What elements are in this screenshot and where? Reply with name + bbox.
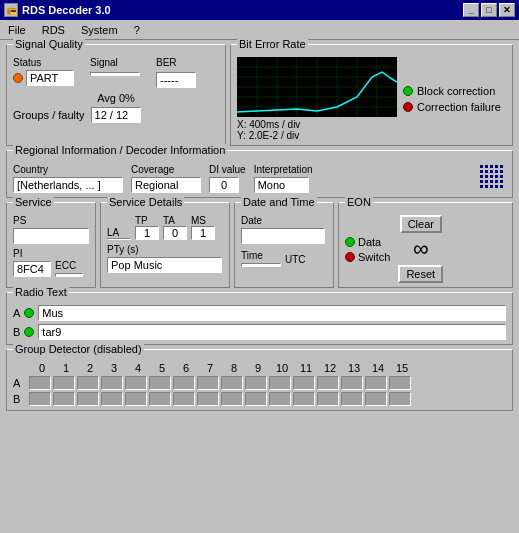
service-label: Service — [13, 196, 54, 208]
header-12: 12 — [319, 362, 341, 374]
interpretation-field: Mono — [254, 177, 309, 193]
header-14: 14 — [367, 362, 389, 374]
pty-field: Pop Music — [107, 257, 222, 273]
cell-a-5 — [149, 376, 171, 390]
svg-rect-29 — [485, 180, 488, 183]
status-section: Status PART — [13, 57, 74, 88]
radio-text-a-led — [24, 308, 34, 318]
cell-a-11 — [293, 376, 315, 390]
cell-a-15 — [389, 376, 411, 390]
menu-help[interactable]: ? — [130, 23, 144, 37]
coverage-section: Coverage Regional — [131, 164, 201, 193]
detector-header-row: 0 1 2 3 4 5 6 7 8 9 10 11 12 13 14 15 — [13, 362, 506, 374]
header-8: 8 — [223, 362, 245, 374]
infinity-icon: ∞ — [413, 238, 429, 260]
clear-button[interactable]: Clear — [400, 215, 442, 233]
date-field — [241, 228, 325, 244]
cell-b-3 — [101, 392, 123, 406]
svg-rect-14 — [485, 165, 488, 168]
cell-b-8 — [221, 392, 243, 406]
cell-a-1 — [53, 376, 75, 390]
ta-field: 0 — [163, 226, 187, 240]
header-15: 15 — [391, 362, 413, 374]
groups-row: Groups / faulty 12 / 12 — [13, 107, 219, 123]
radio-text-b-led — [24, 327, 34, 337]
close-button[interactable]: ✕ — [499, 3, 515, 17]
cell-a-6 — [173, 376, 195, 390]
la-label: LA — [107, 227, 131, 238]
cell-b-6 — [173, 392, 195, 406]
signal-section: Signal — [90, 57, 140, 88]
cell-a-10 — [269, 376, 291, 390]
header-7: 7 — [199, 362, 221, 374]
radio-text-box: Radio Text A Mus B tar9 — [6, 292, 513, 345]
svg-rect-23 — [480, 175, 483, 178]
ps-label: PS — [13, 215, 89, 226]
interpretation-label: Interpretation — [254, 164, 313, 175]
ecc-field — [55, 273, 83, 277]
groups-field: 12 / 12 — [91, 107, 141, 123]
svg-rect-27 — [500, 175, 503, 178]
coverage-field: Regional — [131, 177, 201, 193]
svg-rect-26 — [495, 175, 498, 178]
tp-label: TP — [135, 215, 159, 226]
service-row: Service PS PI 8FC4 ECC Service Details — [6, 202, 513, 288]
svg-rect-20 — [490, 170, 493, 173]
header-5: 5 — [151, 362, 173, 374]
eon-data-led — [345, 237, 355, 247]
cell-b-5 — [149, 392, 171, 406]
svg-rect-15 — [490, 165, 493, 168]
menu-system[interactable]: System — [77, 23, 122, 37]
status-field: PART — [26, 70, 74, 86]
service-details-box: Service Details LA TP 1 TA 0 MS 1 — [100, 202, 230, 288]
coverage-label: Coverage — [131, 164, 201, 175]
cell-b-15 — [389, 392, 411, 406]
service-box: Service PS PI 8FC4 ECC — [6, 202, 96, 288]
eon-label: EON — [345, 196, 373, 208]
menu-rds[interactable]: RDS — [38, 23, 69, 37]
menu-file[interactable]: File — [4, 23, 30, 37]
ber-box-label: Bit Error Rate — [237, 38, 308, 50]
ber-field: ----- — [156, 72, 196, 88]
cell-a-12 — [317, 376, 339, 390]
cell-b-0 — [29, 392, 51, 406]
svg-rect-32 — [500, 180, 503, 183]
header-10: 10 — [271, 362, 293, 374]
cell-a-13 — [341, 376, 363, 390]
top-section: Signal Quality Status PART Signal BER --… — [6, 44, 513, 146]
country-section: Country [Netherlands, ... ] — [13, 164, 123, 193]
eon-switch-label: Switch — [358, 251, 390, 263]
radio-text-label: Radio Text — [13, 286, 69, 298]
maximize-button[interactable]: □ — [481, 3, 497, 17]
header-6: 6 — [175, 362, 197, 374]
detector-row-b: B — [13, 392, 506, 406]
row-a-label: A — [13, 377, 27, 389]
ber-legend: Block correction Correction failure — [403, 57, 501, 141]
ber-x-label: X: 400ms / div — [237, 119, 397, 130]
status-led — [13, 73, 23, 83]
reset-button[interactable]: Reset — [398, 265, 443, 283]
title-buttons: _ □ ✕ — [463, 3, 515, 17]
svg-rect-17 — [500, 165, 503, 168]
ber-box: Bit Error Rate — [230, 44, 513, 146]
pi-label: PI — [13, 248, 51, 259]
date-time-box: Date and Time Date Time UTC — [234, 202, 334, 288]
ber-label: BER — [156, 57, 196, 68]
utc-label: UTC — [285, 254, 306, 265]
radio-text-b-label: B — [13, 326, 20, 338]
ber-axis-labels: X: 400ms / div Y: 2.0E-2 / div — [237, 119, 397, 141]
signal-quality-box: Signal Quality Status PART Signal BER --… — [6, 44, 226, 146]
cell-b-13 — [341, 392, 363, 406]
tp-field: 1 — [135, 226, 159, 240]
region-row: Country [Netherlands, ... ] Coverage Reg… — [13, 163, 506, 193]
ber-svg — [237, 57, 397, 117]
group-detector-grid: 0 1 2 3 4 5 6 7 8 9 10 11 12 13 14 15 A — [13, 362, 506, 406]
ber-section: BER ----- — [156, 57, 196, 88]
minimize-button[interactable]: _ — [463, 3, 479, 17]
cell-a-0 — [29, 376, 51, 390]
radio-text-a-field: Mus — [38, 305, 506, 321]
svg-rect-36 — [495, 185, 498, 188]
cell-b-10 — [269, 392, 291, 406]
status-label: Status — [13, 57, 74, 68]
signal-field — [90, 72, 140, 76]
